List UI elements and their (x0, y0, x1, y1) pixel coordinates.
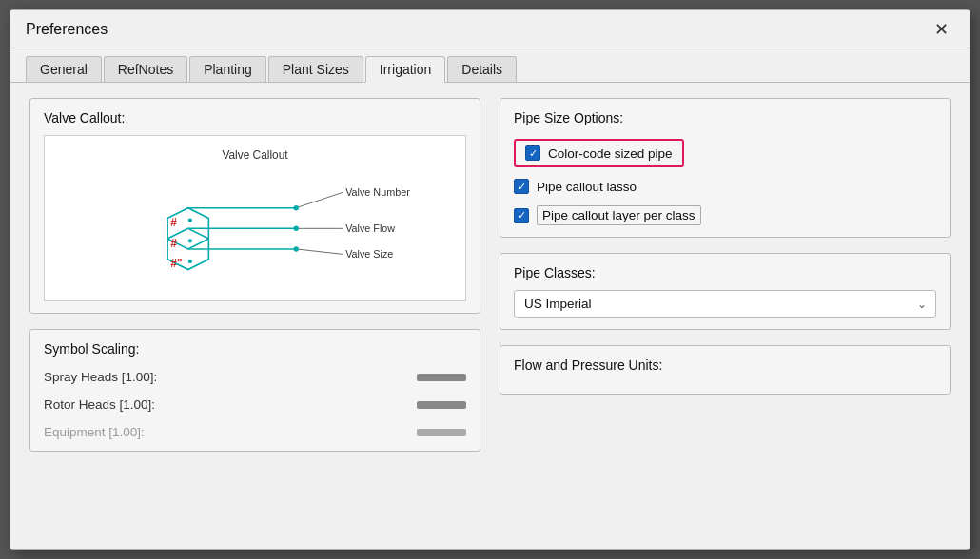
svg-line-8 (296, 249, 343, 254)
scaling-rows: Spray Heads [1.00]: Rotor Heads [1.00]: … (44, 366, 466, 439)
pipe-classes-label: Pipe Classes: (514, 265, 936, 280)
tab-plant-sizes[interactable]: Plant Sizes (268, 56, 363, 82)
flow-pressure-section: Flow and Pressure Units: (500, 345, 951, 395)
valve-callout-svg: Valve Callout Valve Number Valve Flow (45, 136, 465, 300)
tab-refnotes[interactable]: RefNotes (104, 56, 187, 82)
svg-point-12 (188, 219, 192, 222)
close-button[interactable]: ✕ (929, 19, 954, 40)
svg-text:#": #" (170, 257, 182, 270)
symbol-scaling-label: Symbol Scaling: (44, 341, 466, 357)
left-column: Valve Callout: Valve Callout Valve Num (29, 98, 480, 452)
symbol-scaling-section: Symbol Scaling: Spray Heads [1.00]: Roto… (29, 329, 480, 452)
checkbox-color-code-pipe[interactable]: ✓ Color-code sized pipe (514, 139, 684, 167)
tab-irrigation[interactable]: Irrigation (365, 56, 445, 83)
valve-callout-preview: Valve Callout Valve Number Valve Flow (44, 135, 466, 301)
svg-point-17 (188, 260, 192, 263)
svg-line-4 (296, 192, 343, 207)
flow-pressure-label: Flow and Pressure Units: (514, 357, 936, 373)
svg-point-19 (294, 226, 299, 231)
dialog-title: Preferences (26, 21, 108, 38)
title-bar: Preferences ✕ (10, 10, 970, 48)
tab-general[interactable]: General (26, 56, 102, 82)
pipe-classes-select[interactable]: US Imperial SI Metric (514, 290, 936, 318)
rotor-heads-slider[interactable] (417, 401, 466, 409)
svg-point-15 (188, 239, 192, 242)
preferences-dialog: Preferences ✕ General RefNotes Planting … (10, 9, 970, 550)
svg-text:Valve Number: Valve Number (345, 186, 410, 198)
equipment-label: Equipment [1.00]: (44, 425, 145, 439)
tab-bar: General RefNotes Planting Plant Sizes Ir… (10, 48, 970, 83)
scaling-row-equipment: Equipment [1.00]: (44, 425, 466, 439)
spray-heads-label: Spray Heads [1.00]: (44, 370, 157, 384)
checkbox-layer-label: Pipe callout layer per class (537, 205, 701, 225)
checkbox-color-code-label: Color-code sized pipe (548, 146, 673, 161)
right-column: Pipe Size Options: ✓ Color-code sized pi… (500, 98, 951, 452)
svg-text:Valve Size: Valve Size (345, 248, 393, 260)
tab-planting[interactable]: Planting (189, 56, 266, 82)
main-content: Valve Callout: Valve Callout Valve Num (10, 83, 970, 467)
pipe-size-options-section: Pipe Size Options: ✓ Color-code sized pi… (500, 98, 951, 238)
svg-text:#: # (170, 216, 177, 229)
equipment-slider[interactable] (417, 429, 466, 436)
svg-text:#: # (170, 237, 177, 250)
valve-callout-label: Valve Callout: (44, 110, 466, 125)
checkbox-color-code-icon: ✓ (525, 145, 540, 161)
checkbox-lasso-label: Pipe callout lasso (537, 180, 637, 194)
pipe-classes-section: Pipe Classes: US Imperial SI Metric ⌄ (500, 253, 951, 330)
scaling-row-spray: Spray Heads [1.00]: (44, 370, 466, 384)
pipe-classes-select-wrapper: US Imperial SI Metric ⌄ (514, 290, 936, 318)
valve-callout-section: Valve Callout: Valve Callout Valve Num (29, 98, 480, 314)
checkbox-lasso-icon: ✓ (514, 179, 529, 194)
pipe-size-label: Pipe Size Options: (514, 110, 936, 125)
svg-text:Valve Flow: Valve Flow (345, 222, 395, 234)
svg-text:Valve Callout: Valve Callout (222, 148, 288, 162)
svg-point-20 (294, 246, 299, 251)
rotor-heads-label: Rotor Heads [1.00]: (44, 397, 155, 412)
tab-details[interactable]: Details (447, 56, 517, 82)
checkbox-pipe-callout-lasso[interactable]: ✓ Pipe callout lasso (514, 179, 936, 194)
scaling-row-rotor: Rotor Heads [1.00]: (44, 397, 466, 412)
checkbox-layer-icon: ✓ (514, 208, 529, 223)
svg-point-18 (294, 205, 299, 210)
checkbox-pipe-callout-layer[interactable]: ✓ Pipe callout layer per class (514, 205, 936, 225)
checkbox-rows: ✓ Color-code sized pipe ✓ Pipe callout l… (514, 135, 936, 225)
spray-heads-slider[interactable] (417, 374, 466, 381)
